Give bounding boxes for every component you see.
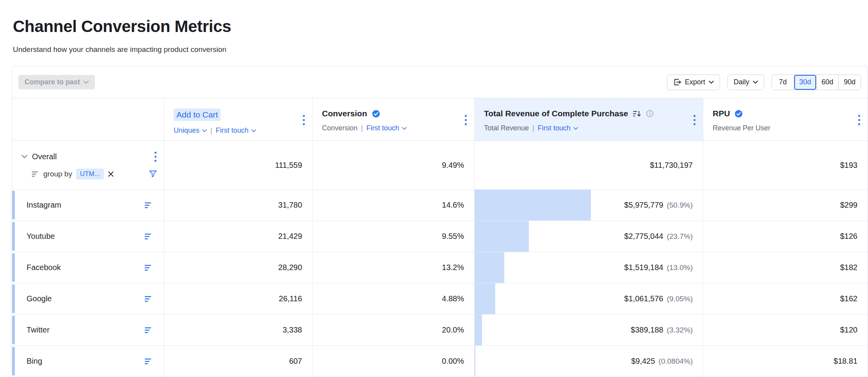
overall-menu-icon[interactable]: [154, 151, 157, 162]
revenue-text: $2,775,044 (23.7%): [624, 232, 693, 241]
conversion-value-cell: 4.88%: [312, 283, 474, 314]
revenue-value: $2,775,044: [624, 232, 663, 241]
corner-header: [12, 98, 164, 140]
remove-group-by-icon[interactable]: [108, 171, 114, 177]
revenue-text: $389,188 (3.32%): [631, 325, 693, 334]
rpu-value-cell: $182: [703, 252, 868, 283]
rpu-column-title[interactable]: RPU: [713, 108, 730, 119]
add-to-cart-value: 3,338: [283, 325, 302, 334]
channel-label-cell[interactable]: Youtube: [12, 221, 164, 252]
attribution-dropdown[interactable]: First touch: [216, 126, 256, 135]
revenue-share: (23.7%): [667, 232, 693, 241]
verified-badge-icon: [372, 109, 381, 118]
chevron-down-icon: [753, 80, 758, 84]
channel-label-cell[interactable]: Bing: [12, 346, 164, 377]
group-by-icon[interactable]: [144, 233, 153, 240]
add-to-cart-value-cell: 111,559: [164, 141, 312, 189]
rpu-value-cell: $120: [703, 315, 868, 345]
revenue-bar: [475, 315, 482, 345]
revenue-share: (13.0%): [667, 263, 693, 272]
revenue-value: $1,061,576: [624, 294, 663, 303]
revenue-share: (50.9%): [667, 201, 693, 210]
column-menu-icon[interactable]: [464, 114, 467, 126]
column-header-conversion: Conversion Conversion | First touch: [312, 98, 474, 140]
add-to-cart-value: 607: [289, 357, 302, 366]
rpu-value-cell: $299: [703, 190, 868, 221]
info-icon[interactable]: [646, 110, 654, 117]
date-range-segmented: 7d30d60d90d: [772, 75, 861, 90]
sort-descending-icon[interactable]: [633, 110, 642, 117]
rpu-value: $18.81: [834, 357, 857, 366]
group-by-chip[interactable]: UTM...: [76, 169, 104, 180]
range-30d-button[interactable]: 30d: [794, 75, 816, 90]
column-header-rpu: RPU Revenue Per User: [703, 98, 868, 140]
add-to-cart-value-cell: 607: [164, 346, 312, 377]
page-subtitle: Understand how your channels are impacti…: [13, 45, 868, 53]
attribution-dropdown[interactable]: First touch: [538, 124, 578, 132]
revenue-value: $1,519,184: [624, 263, 663, 272]
revenue-share: (0.0804%): [658, 357, 693, 366]
range-7d-button[interactable]: 7d: [772, 75, 794, 90]
rpu-value: $126: [840, 232, 858, 241]
overall-row: Overall group by UTM...: [12, 141, 868, 190]
total-revenue-column-title[interactable]: Total Revenue of Complete Purchase: [484, 108, 628, 119]
channel-name: Bing: [27, 357, 42, 366]
conversion-value: 0.00%: [442, 357, 464, 366]
channel-label-cell[interactable]: Google: [12, 283, 164, 314]
interval-button[interactable]: Daily: [727, 75, 764, 90]
filter-icon[interactable]: [149, 170, 157, 178]
group-by-icon[interactable]: [144, 202, 153, 209]
channel-label-cell[interactable]: Instagram: [12, 190, 164, 221]
channel-name: Google: [27, 294, 52, 303]
group-by-icon[interactable]: [144, 264, 153, 271]
collapse-chevron-icon[interactable]: [21, 155, 27, 158]
rpu-value-cell: $126: [703, 221, 868, 252]
overall-line: Overall: [21, 151, 157, 162]
add-to-cart-column-title[interactable]: Add to Cart: [174, 108, 221, 121]
conversion-column-title[interactable]: Conversion: [322, 108, 367, 119]
column-subtitle: Revenue Per User: [713, 124, 770, 132]
revenue-value-cell: $2,775,044 (23.7%): [474, 221, 703, 252]
channel-name: Youtube: [27, 232, 55, 241]
column-menu-icon[interactable]: [858, 114, 861, 126]
compare-to-past-button[interactable]: Compare to past: [18, 75, 95, 89]
attribution-dropdown[interactable]: First touch: [366, 124, 407, 132]
revenue-bar: [475, 346, 475, 377]
revenue-value-cell: $9,425 (0.0804%): [474, 346, 703, 377]
group-by-icon[interactable]: [144, 358, 153, 365]
channel-label-cell[interactable]: Facebook: [12, 252, 164, 283]
group-by-label: group by: [43, 170, 72, 178]
column-menu-icon[interactable]: [302, 114, 305, 126]
rpu-value: $182: [840, 263, 858, 272]
group-by-icon[interactable]: [144, 295, 153, 302]
rpu-value: $162: [840, 294, 858, 303]
table-body: Overall group by UTM...: [12, 141, 868, 377]
revenue-text: $1,061,576 (9.05%): [624, 294, 693, 303]
conversion-value-cell: 20.0%: [312, 315, 474, 345]
add-to-cart-value: 28,290: [278, 263, 302, 272]
add-to-cart-value-cell: 3,338: [164, 315, 312, 345]
export-icon: [673, 78, 681, 86]
table-row: Bing 607 0.00% $9,425 (0.0804%) $18.81: [12, 346, 868, 377]
revenue-value: $11,730,197: [650, 161, 693, 170]
conversion-value-cell: 14.6%: [312, 190, 474, 221]
add-to-cart-value: 31,780: [278, 201, 302, 210]
column-header-total-revenue: Total Revenue of Complete Purchase Total…: [474, 98, 703, 140]
channel-label-cell[interactable]: Twitter: [12, 315, 164, 345]
overall-label: Overall: [32, 152, 57, 161]
table-row: Youtube 21,429 9.55% $2,775,044 (23.7%) …: [12, 221, 868, 252]
add-to-cart-value-cell: 31,780: [164, 190, 312, 221]
page: Channel Conversion Metrics Understand ho…: [0, 0, 868, 377]
range-90d-button[interactable]: 90d: [838, 75, 861, 90]
column-menu-icon[interactable]: [693, 114, 696, 126]
export-button[interactable]: Export: [667, 75, 720, 90]
overall-label-cell: Overall group by UTM...: [12, 141, 164, 189]
attribution-label: First touch: [216, 126, 249, 135]
table-header: Add to Cart Uniques | First touch: [12, 98, 868, 141]
range-60d-button[interactable]: 60d: [816, 75, 838, 90]
rpu-value-cell: $162: [703, 283, 868, 314]
measure-dropdown[interactable]: Uniques: [174, 126, 207, 135]
group-by-icon[interactable]: [144, 327, 153, 334]
conversion-value: 14.6%: [442, 201, 464, 210]
rpu-value: $120: [840, 325, 858, 334]
